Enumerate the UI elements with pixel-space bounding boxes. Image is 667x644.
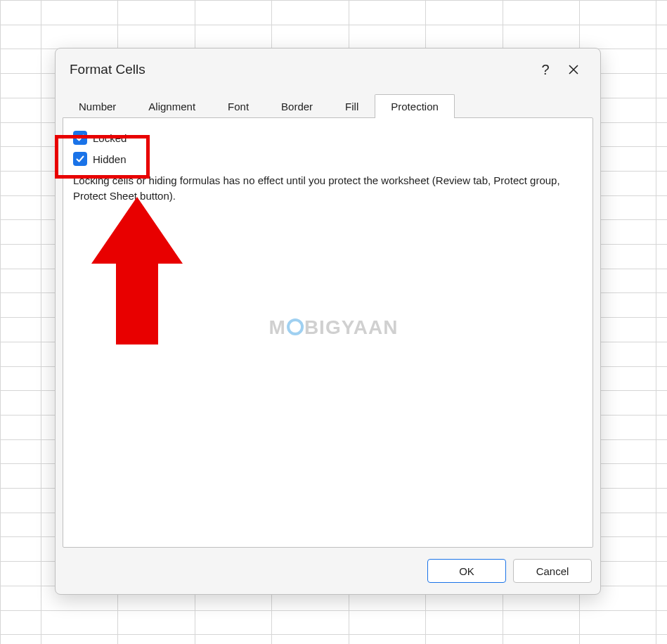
dialog-title: Format Cells: [70, 62, 531, 77]
hidden-checkbox[interactable]: [73, 152, 87, 166]
tab-bar: Number Alignment Font Border Fill Protec…: [56, 94, 600, 117]
tab-number[interactable]: Number: [63, 94, 132, 118]
close-icon: [568, 64, 579, 75]
hidden-row: Hidden: [73, 152, 583, 166]
tab-protection[interactable]: Protection: [375, 94, 455, 118]
tab-font[interactable]: Font: [212, 94, 265, 118]
close-button[interactable]: [559, 58, 588, 81]
ok-button[interactable]: OK: [427, 559, 506, 583]
protection-panel: Locked Hidden Locking cells or hiding fo…: [63, 117, 593, 548]
dialog-footer: OK Cancel: [56, 555, 600, 594]
tab-alignment[interactable]: Alignment: [132, 94, 212, 118]
locked-checkbox[interactable]: [73, 131, 87, 145]
check-icon: [75, 133, 85, 143]
help-icon: ?: [541, 62, 549, 78]
hidden-label: Hidden: [93, 153, 127, 165]
format-cells-dialog: Format Cells ? Number Alignment Font Bor…: [55, 48, 601, 595]
help-button[interactable]: ?: [531, 58, 559, 81]
tab-fill[interactable]: Fill: [329, 94, 375, 118]
check-icon: [75, 154, 85, 164]
dialog-title-bar: Format Cells ?: [56, 49, 600, 89]
protection-description: Locking cells or hiding formulas has no …: [73, 173, 579, 204]
locked-row: Locked: [73, 131, 583, 145]
tab-border[interactable]: Border: [265, 94, 329, 118]
locked-label: Locked: [93, 132, 127, 144]
cancel-button[interactable]: Cancel: [513, 559, 592, 583]
